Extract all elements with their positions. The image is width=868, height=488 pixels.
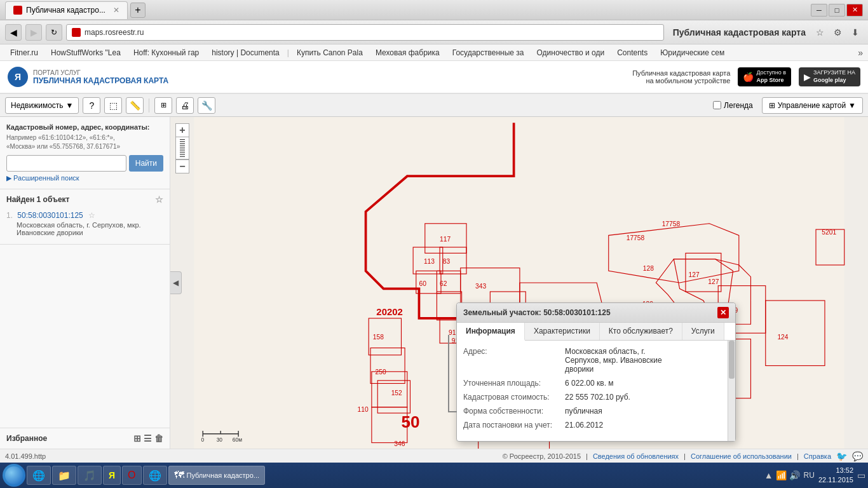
fav-delete-icon[interactable]: 🗑 (154, 433, 163, 444)
manage-map-btn[interactable]: ⊞ Управление картой ▼ (762, 97, 863, 114)
taskbar-yandex-btn[interactable]: Я (103, 466, 121, 485)
portal-logo: Я ПОРТАЛ УСЛУГ ПУБЛИЧНАЯ КАДАСТРОВАЯ КАР… (8, 67, 168, 87)
help-link[interactable]: Справка (804, 452, 831, 460)
svg-text:127: 127 (689, 271, 700, 278)
bookmark-fitner[interactable]: Fitner.ru (5, 47, 43, 58)
refresh-btn[interactable]: ↻ (46, 24, 62, 41)
back-btn[interactable]: ◀ (5, 24, 22, 41)
popup-row-address: Адрес: Московская область, г.Серпухов, м… (463, 347, 725, 374)
appstore-badge[interactable]: 🍎 Доступно вApp Store (738, 67, 791, 86)
bookmark-contents[interactable]: Contents (612, 47, 653, 58)
popup-close-btn[interactable]: ✕ (717, 307, 729, 318)
status-divider2: | (684, 452, 686, 460)
agreement-link[interactable]: Соглашение об использовании (691, 452, 792, 460)
address-bar[interactable]: maps.rosreestr.ru (66, 24, 664, 41)
star-icon[interactable]: ☆ (812, 25, 827, 40)
bookmark-gos[interactable]: Государственные за (447, 47, 529, 58)
scale-btn[interactable]: ⊞ (154, 97, 172, 114)
popup-row-date: Дата постановки на учет: 21.06.2012 (463, 421, 725, 430)
tray-up-icon[interactable]: ▲ (764, 470, 773, 480)
result-link[interactable]: 50:58:0030101:125 ☆ (17, 211, 95, 220)
measure-area-btn[interactable]: ⬚ (104, 97, 122, 114)
fav-list-icon[interactable]: ☰ (144, 433, 152, 444)
settings-icon[interactable]: ⚙ (830, 25, 845, 40)
tab-services[interactable]: Услуги (682, 323, 724, 340)
search-input[interactable] (6, 155, 126, 172)
result-number: 1. (6, 211, 13, 220)
results-star-icon[interactable]: ☆ (155, 194, 163, 205)
bookmark-history[interactable]: history | Documenta (207, 47, 285, 58)
forward-btn[interactable]: ▶ (25, 24, 42, 41)
info-btn[interactable]: ? (83, 97, 100, 114)
portal-top-text: ПОРТАЛ УСЛУГ (33, 69, 168, 76)
opera-icon: O (128, 470, 135, 481)
advanced-search-link[interactable]: ▶ Расширенный поиск (6, 174, 163, 182)
taskbar-opera-btn[interactable]: O (122, 466, 141, 485)
start-button[interactable] (3, 464, 25, 487)
taskbar-date: 22.11.2015 (818, 475, 853, 485)
print-btn[interactable]: 🖨 (176, 97, 194, 114)
download-icon[interactable]: ⬇ (848, 25, 863, 40)
search-button[interactable]: Найти (129, 155, 163, 172)
zoom-in-btn[interactable]: + (175, 123, 189, 137)
zoom-out-btn[interactable]: − (175, 159, 189, 173)
toolbar-sep1 (149, 98, 149, 112)
svg-text:113: 113 (424, 258, 435, 265)
taskbar-explorer-btn[interactable]: 📁 (52, 466, 76, 485)
taskbar-clock[interactable]: 13:52 22.11.2015 (818, 466, 853, 485)
zoom-tick (180, 141, 185, 142)
result-address: Московская область, г. Серпухов, мкр.Ива… (17, 221, 163, 236)
vk-icon[interactable]: 💬 (852, 451, 863, 461)
taskbar-chrome-btn[interactable]: 🌐 (143, 466, 167, 485)
tray-network-icon[interactable]: 📶 (776, 470, 787, 480)
measure-distance-btn[interactable]: 📏 (126, 97, 144, 114)
new-tab-btn[interactable]: + (130, 3, 146, 18)
taskbar-map-btn[interactable]: 🗺 Публичная кадастро... (168, 466, 266, 485)
bookmarks-more-btn[interactable]: » (858, 48, 863, 58)
googleplay-badge[interactable]: ▶ ЗАГРУЗИТЕ НАGoogle play (799, 67, 860, 86)
sidebar-collapse-btn[interactable]: ◀ (170, 271, 182, 294)
portal-logo-icon: Я (8, 67, 28, 87)
taskbar-media-btn[interactable]: 🎵 (78, 466, 102, 485)
minimize-btn[interactable]: ─ (811, 4, 827, 17)
bookmark-canon[interactable]: Купить Сanon Pala (292, 47, 368, 58)
maximize-btn[interactable]: □ (829, 4, 845, 17)
tray-volume-icon[interactable]: 🔊 (789, 470, 800, 480)
close-btn[interactable]: ✕ (846, 4, 863, 17)
svg-text:60м: 60м (233, 437, 242, 443)
fav-add-icon[interactable]: ⊞ (133, 433, 141, 444)
zoom-tick (180, 143, 185, 144)
taskbar-ie-btn[interactable]: 🌐 (27, 466, 51, 485)
media-icon: 🎵 (83, 470, 96, 482)
results-header: Найден 1 объект ☆ (6, 194, 163, 205)
bookmark-odin[interactable]: Одиночество и оди (532, 47, 610, 58)
toolbar-icons: ☆ ⚙ ⬇ (812, 25, 863, 40)
tab-service[interactable]: Кто обслуживает? (600, 323, 682, 340)
property-type-dropdown[interactable]: Недвижимость ▼ (5, 97, 79, 114)
results-section: Найден 1 объект ☆ 1. 50:58:0030101:125 ☆… (0, 189, 170, 245)
popup-scrollbar[interactable] (728, 341, 735, 441)
bookmark-hoff[interactable]: Hoff: Кухонный гар (128, 47, 204, 58)
legend-checkbox[interactable] (713, 101, 721, 109)
show-desktop-icon[interactable]: ▭ (857, 470, 865, 480)
status-right: © Росреестр, 2010-2015 | Сведения об обн… (503, 451, 863, 461)
tab-characteristics[interactable]: Характеристики (525, 323, 600, 340)
legend-checkbox-label[interactable]: Легенда (713, 101, 753, 110)
wrench-btn[interactable]: 🔧 (198, 97, 215, 114)
result-item: 1. 50:58:0030101:125 ☆ Московская област… (6, 208, 163, 239)
bookmark-mex[interactable]: Меховая фабрика (370, 47, 445, 58)
twitter-icon[interactable]: 🐦 (836, 451, 847, 461)
browser-tab[interactable]: Публичная кадастро... ✕ (5, 1, 128, 19)
yandex-icon: Я (109, 470, 115, 480)
search-section: Кадастровый номер, адрес, координаты: На… (0, 117, 170, 189)
tab-close-btn[interactable]: ✕ (113, 6, 119, 15)
portal-bottom-text: ПУБЛИЧНАЯ КАДАСТРОВАЯ КАРТА (33, 76, 168, 85)
result-star-icon[interactable]: ☆ (88, 211, 95, 220)
update-info-link[interactable]: Сведения об обновлениях (593, 452, 679, 460)
svg-text:124: 124 (777, 334, 788, 341)
tab-info[interactable]: Информация (457, 323, 525, 341)
map-area[interactable]: 50 58 20202 30101 117 113 83 60 62 343 1… (170, 117, 868, 449)
bookmark-yurid[interactable]: Юридические сем (655, 47, 729, 58)
popup-value-area: 6 022.00 кв. м (565, 379, 614, 388)
bookmark-howstuff[interactable]: HowStuffWorks "Lea (46, 47, 126, 58)
